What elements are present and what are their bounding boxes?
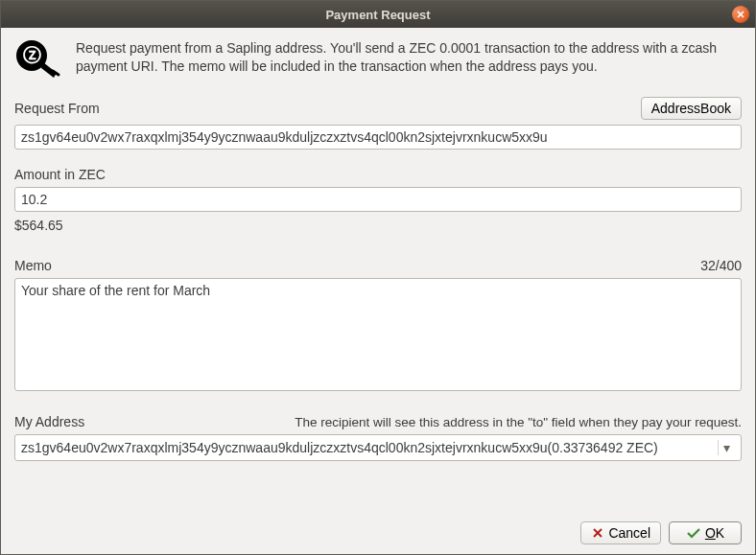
- request-from-label: Request From: [14, 101, 100, 116]
- memo-counter: 32/400: [700, 258, 742, 273]
- window-title: Payment Request: [325, 8, 430, 22]
- amount-label: Amount in ZEC: [14, 167, 742, 182]
- ok-icon: [686, 526, 701, 540]
- request-from-row: Request From AddressBook: [14, 97, 742, 120]
- close-icon: [736, 10, 745, 19]
- cancel-icon: [591, 526, 604, 540]
- close-button[interactable]: [732, 6, 749, 23]
- my-address-select[interactable]: zs1gv64eu0v2wx7raxqxlmj354y9ycznwaau9kdu…: [14, 434, 742, 461]
- dialog-content: ⓩ Request payment from a Sapling address…: [1, 28, 755, 554]
- dialog-footer: Cancel OK: [14, 508, 742, 544]
- intro-section: ⓩ Request payment from a Sapling address…: [14, 39, 742, 80]
- request-from-input[interactable]: [14, 125, 742, 150]
- my-address-header: My Address The recipient will see this a…: [14, 414, 742, 429]
- cancel-button[interactable]: Cancel: [580, 521, 661, 544]
- address-book-button[interactable]: AddressBook: [641, 97, 742, 120]
- amount-usd: $564.65: [14, 218, 742, 233]
- cancel-label: Cancel: [608, 525, 650, 541]
- address-book-label: AddressBook: [651, 101, 731, 116]
- my-address-hint: The recipient will see this address in t…: [295, 415, 742, 429]
- chevron-down-icon: ▾: [718, 440, 735, 455]
- zcash-payment-icon: ⓩ: [14, 39, 62, 80]
- intro-text: Request payment from a Sapling address. …: [76, 39, 742, 76]
- my-address-selected: zs1gv64eu0v2wx7raxqxlmj354y9ycznwaau9kdu…: [21, 440, 658, 455]
- svg-text:ⓩ: ⓩ: [23, 45, 41, 65]
- ok-button[interactable]: OK: [669, 521, 742, 544]
- titlebar: Payment Request: [1, 1, 755, 28]
- my-address-label: My Address: [14, 414, 84, 429]
- memo-input[interactable]: Your share of the rent for March: [14, 278, 742, 391]
- memo-label: Memo: [14, 258, 52, 273]
- payment-request-window: Payment Request ⓩ Request payment from a…: [0, 0, 756, 555]
- ok-label: OK: [705, 525, 724, 541]
- amount-input[interactable]: [14, 187, 742, 212]
- memo-header: Memo 32/400: [14, 258, 742, 273]
